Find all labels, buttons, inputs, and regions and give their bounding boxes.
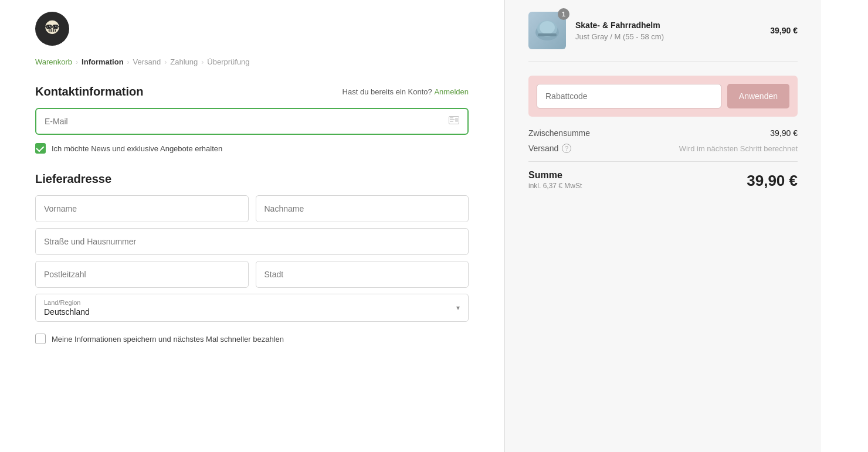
newsletter-label: Ich möchte News und exklusive Angebote e… (52, 144, 222, 153)
breadcrumb-information: Information (82, 57, 124, 66)
svg-rect-23 (538, 33, 557, 36)
email-field-wrapper (35, 108, 469, 135)
newsletter-checkbox[interactable] (35, 143, 46, 154)
chevron-down-icon: ▾ (456, 304, 460, 312)
discount-area: Anwenden (528, 76, 798, 117)
shipping-line: Versand ? Wird im nächsten Schritt berec… (528, 144, 798, 153)
breadcrumb-zahlung: Zahlung (170, 57, 198, 66)
street-input[interactable] (35, 228, 469, 255)
zip-city-row (35, 261, 469, 288)
zip-input[interactable] (35, 261, 249, 288)
street-row (35, 228, 469, 255)
total-label-group: Summe inkl. 6,37 € MwSt (528, 170, 582, 190)
last-name-input[interactable] (256, 195, 469, 222)
shipping-value: Wird im nächsten Schritt berechnet (679, 144, 798, 153)
logo-area (35, 12, 469, 46)
newsletter-row: Ich möchte News und exklusive Angebote e… (35, 143, 469, 154)
logo[interactable] (35, 12, 69, 46)
first-name-input[interactable] (35, 195, 249, 222)
apply-discount-button[interactable]: Anwenden (727, 84, 789, 108)
breadcrumb: Warenkorb › Information › Versand › Zahl… (35, 57, 469, 66)
save-info-row: Meine Informationen speichern und nächst… (35, 334, 469, 344)
svg-rect-8 (52, 29, 53, 32)
summary-divider (528, 161, 798, 162)
svg-point-5 (55, 25, 56, 26)
discount-input[interactable] (537, 84, 721, 108)
product-quantity-badge: 1 (558, 8, 569, 20)
breadcrumb-sep-4: › (201, 58, 204, 66)
shipping-label: Versand ? (528, 144, 571, 153)
subtotal-line: Zwischensumme 39,90 € (528, 128, 798, 138)
breadcrumb-sep-1: › (76, 58, 78, 66)
breadcrumb-warenkorb[interactable]: Warenkorb (35, 57, 72, 66)
country-label: Land/Region (44, 299, 460, 306)
svg-rect-9 (54, 29, 55, 32)
country-value: Deutschland (44, 307, 460, 317)
breadcrumb-sep-2: › (127, 58, 130, 66)
breadcrumb-versand: Versand (133, 57, 161, 66)
product-price: 39,90 € (770, 26, 798, 35)
save-info-label: Meine Informationen speichern und nächst… (52, 335, 284, 344)
email-input[interactable] (45, 117, 449, 126)
name-row (35, 195, 469, 222)
contact-title: Kontaktinformation (35, 85, 143, 98)
product-image-wrapper: 1 (528, 12, 566, 49)
product-variant: Just Gray / M (55 - 58 cm) (575, 32, 761, 41)
contact-section-header: Kontaktinformation Hast du bereits ein K… (35, 85, 469, 98)
svg-rect-19 (455, 118, 458, 122)
svg-rect-7 (50, 29, 51, 32)
subtotal-label: Zwischensumme (528, 128, 590, 138)
product-name: Skate- & Fahrradhelm (575, 21, 761, 30)
svg-point-4 (49, 25, 50, 26)
total-label: Summe (528, 170, 582, 181)
subtotal-value: 39,90 € (770, 128, 798, 138)
delivery-title: Lieferadresse (35, 172, 469, 186)
country-select-wrapper[interactable]: Land/Region Deutschland ▾ (35, 294, 469, 322)
product-item: 1 Skate- & Fahrradhelm Just Gray / M (55… (528, 12, 798, 62)
svg-point-22 (540, 21, 555, 34)
total-value: 39,90 € (747, 172, 798, 190)
save-info-checkbox[interactable] (35, 334, 46, 344)
breadcrumb-ueberpruefung: Überprüfung (207, 57, 249, 66)
shipping-help-icon[interactable]: ? (562, 144, 571, 153)
contact-card-icon (449, 116, 459, 127)
product-info: Skate- & Fahrradhelm Just Gray / M (55 -… (575, 21, 761, 41)
login-question: Hast du bereits ein Konto? (343, 87, 432, 96)
total-line: Summe inkl. 6,37 € MwSt 39,90 € (528, 170, 798, 190)
contact-login-prompt: Hast du bereits ein Konto? Anmelden (343, 87, 469, 96)
total-sub: inkl. 6,37 € MwSt (528, 182, 582, 190)
breadcrumb-sep-3: › (164, 58, 167, 66)
login-link[interactable]: Anmelden (434, 87, 469, 96)
city-input[interactable] (256, 261, 469, 288)
